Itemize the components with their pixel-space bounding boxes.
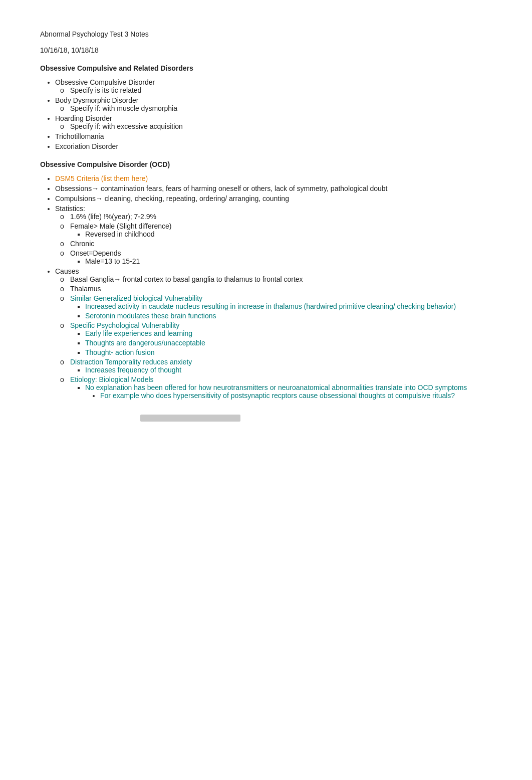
list-item: Causes Basal Ganglia→ frontal cortex to … xyxy=(55,267,492,400)
list-item: Early life experiences and learning xyxy=(85,329,492,337)
list-item: Similar Generalized biological Vulnerabi… xyxy=(70,294,492,320)
list-item: Specify is its tic related xyxy=(70,86,492,94)
list-item: Increases frequency of thought xyxy=(85,366,492,374)
list-item: Trichotillomania xyxy=(55,132,492,140)
list-item: Chronic xyxy=(70,240,492,248)
list-item: Obsessions→ contamination fears, fears o… xyxy=(55,184,492,192)
list-item: Body Dysmorphic Disorder Specify if: wit… xyxy=(55,96,492,112)
list-item: Onset=Depends Male=13 to 15-21 xyxy=(70,249,492,265)
list-item: Female> Male (Slight difference) Reverse… xyxy=(70,222,492,238)
list-item: Basal Ganglia→ frontal cortex to basal g… xyxy=(70,275,492,283)
list-item: Etiology: Biological Models No explanati… xyxy=(70,375,492,400)
list-item: Hoarding Disorder Specify if: with exces… xyxy=(55,114,492,130)
list-item: Thalamus xyxy=(70,285,492,293)
section2-heading: Obsessive Compulsive Disorder (OCD) xyxy=(40,160,492,168)
section1-list: Obsessive Compulsive Disorder Specify is… xyxy=(40,78,492,150)
list-item: DSM5 Criteria (list them here) xyxy=(55,174,492,182)
list-item: Obsessive Compulsive Disorder Specify is… xyxy=(55,78,492,94)
section2-list: DSM5 Criteria (list them here) Obsession… xyxy=(40,174,492,400)
section1-heading: Obsessive Compulsive and Related Disorde… xyxy=(40,64,492,72)
list-item: Thoughts are dangerous/unacceptable xyxy=(85,339,492,347)
list-item: For example who does hypersensitivity of… xyxy=(100,392,492,400)
list-item: Compulsions→ cleaning, checking, repeati… xyxy=(55,194,492,203)
list-item: Distraction Temporality reduces anxiety … xyxy=(70,358,492,374)
doc-title: Abnormal Psychology Test 3 Notes xyxy=(40,30,492,38)
list-item: Thought- action fusion xyxy=(85,348,492,356)
list-item: Specify if: with excessive acquisition xyxy=(70,122,492,130)
list-item: Excoriation Disorder xyxy=(55,142,492,150)
doc-date: 10/16/18, 10/18/18 xyxy=(40,46,492,54)
list-item: No explanation has been offered for how … xyxy=(85,383,492,400)
highlight-bar xyxy=(40,410,492,423)
list-item: Increased activity in caudate nucleus re… xyxy=(85,302,492,310)
list-item: Serotonin modulates these brain function… xyxy=(85,312,492,320)
list-item: Specify if: with muscle dysmorphia xyxy=(70,104,492,112)
list-item: Male=13 to 15-21 xyxy=(85,257,492,265)
list-item: Statistics: 1.6% (life) !%(year); 7-2.9%… xyxy=(55,205,492,265)
list-item: 1.6% (life) !%(year); 7-2.9% xyxy=(70,213,492,221)
list-item: Specific Psychological Vulnerability Ear… xyxy=(70,321,492,356)
list-item: Reversed in childhood xyxy=(85,230,492,238)
